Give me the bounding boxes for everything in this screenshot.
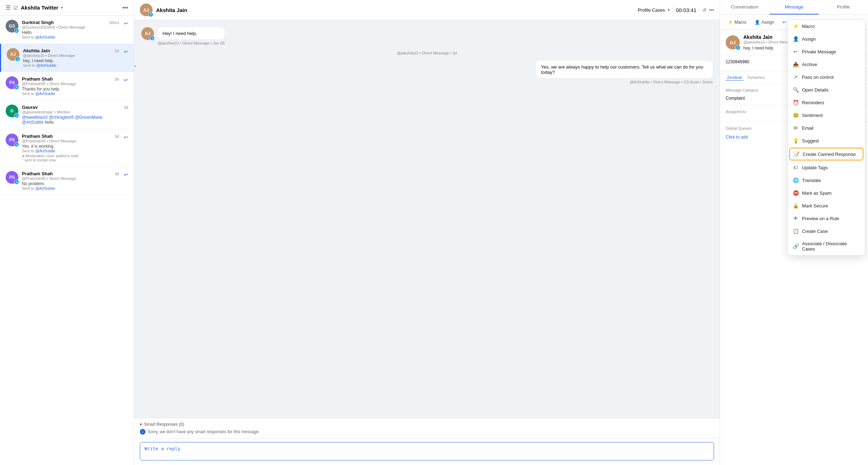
- dropdown-icon: 📥: [793, 61, 798, 67]
- assigned-to-label: Assigned to: [726, 110, 746, 114]
- dropdown-label: Pass on control: [802, 75, 834, 80]
- right-tab-message[interactable]: Message: [769, 0, 819, 14]
- profile-cases-button[interactable]: Profile Cases: [638, 7, 665, 13]
- conversation-item[interactable]: PS 𝕏 Pratham Shah 3d @Pratshah95 • Direc…: [0, 72, 134, 100]
- assign-icon: 👤: [755, 20, 760, 25]
- dropdown-item-assign[interactable]: 👤 Assign: [788, 33, 865, 45]
- reply-box: [134, 438, 720, 465]
- conversation-item[interactable]: PS 𝕏 Pratham Shah 3d @Pratshah95 • Direc…: [0, 129, 134, 167]
- integration-tab-dynamics[interactable]: Dynamics: [746, 75, 766, 81]
- right-panel: ConversationMessageProfile ⚡ Macro 👤 Ass…: [720, 0, 868, 465]
- conversation-item[interactable]: PS 𝕏 Pratham Shah 3d @Pratshah95 • Direc…: [0, 167, 134, 195]
- assign-label: Assign: [761, 20, 774, 25]
- conv-name-row: Pratham Shah 3d: [22, 171, 119, 176]
- conv-sent: Sent to @ArtSubtle: [22, 92, 119, 96]
- platform-badge: 𝕏: [14, 85, 19, 90]
- dropdown-item-mark-secure[interactable]: 🔒 Mark Secure: [788, 199, 865, 212]
- assign-button[interactable]: 👤 Assign: [751, 18, 778, 27]
- chevron-down-icon-3: ▾: [140, 422, 142, 427]
- conv-name: Gurkirat Singh: [22, 20, 54, 25]
- reply-input[interactable]: [140, 442, 714, 460]
- dropdown-icon: 📋: [793, 228, 798, 234]
- message-meta: @jakshita10 • Direct Message • Jan 06: [157, 41, 225, 45]
- smart-responses-toggle[interactable]: ▾ Smart Responses (0): [140, 422, 714, 427]
- dropdown-item-mark-as-spam[interactable]: ⛔ Mark as Spam: [788, 187, 865, 199]
- message-more-icon[interactable]: •••: [134, 64, 136, 69]
- dropdown-icon: 🔍: [793, 87, 798, 93]
- dropdown-icon: 😊: [793, 112, 798, 118]
- smart-responses-message: i Sorry, we don't have any smart respons…: [140, 429, 714, 435]
- conv-name: Pratham Shah: [22, 76, 53, 82]
- conv-name: Akshita Jain: [23, 48, 50, 53]
- reply-icon: ↩: [124, 134, 128, 140]
- platform-badge: 𝕏: [14, 28, 19, 33]
- conv-avatar: GS 𝕏: [6, 20, 18, 33]
- chat-user-name: Akshita Jain: [156, 7, 187, 13]
- dropdown-label: Archive: [802, 62, 817, 67]
- conv-avatar: AJ 𝕏: [7, 48, 19, 61]
- reply-icon: ↩: [124, 172, 128, 177]
- dropdown-label: Preview on a Rule: [802, 216, 839, 221]
- menu-icon[interactable]: ☰: [6, 4, 11, 11]
- dropdown-label: Associate / Dissociate Cases: [802, 241, 860, 252]
- dropdown-item-private-message[interactable]: ↩ Private Message: [788, 45, 865, 58]
- right-tab-profile[interactable]: Profile: [819, 0, 868, 14]
- dropdown-label: Assign: [802, 36, 816, 42]
- conv-preview: @tweetblast3 @chiragtest5 @DreamMalar@Ar…: [22, 115, 128, 125]
- dropdown-item-pass-on-control[interactable]: ↗ Pass on control: [788, 71, 865, 83]
- conv-sent: Sent to @ArtSubtle: [23, 63, 119, 67]
- right-tabs: ConversationMessageProfile: [720, 0, 868, 15]
- conv-name-row: Akshita Jain 2d: [23, 48, 119, 53]
- chevron-down-icon[interactable]: ▾: [61, 6, 63, 10]
- conversation-item[interactable]: AJ 𝕏 Akshita Jain 2d @jakshita10 • Direc…: [0, 44, 134, 72]
- macro-button[interactable]: ⚡ Macro: [724, 18, 750, 27]
- chevron-down-icon-2[interactable]: ▾: [668, 8, 670, 12]
- dropdown-label: Translate: [802, 178, 821, 183]
- conv-name-row: Pratham Shah 3d: [22, 76, 119, 82]
- right-tab-conversation[interactable]: Conversation: [720, 0, 769, 14]
- dropdown-icon: 👁: [793, 216, 798, 221]
- dropdown-label: Create Case: [802, 229, 828, 234]
- conv-preview: Yes, it is working.: [22, 144, 119, 149]
- chat-more-icon[interactable]: •••: [709, 7, 714, 13]
- dropdown-item-preview-on-a-rule[interactable]: 👁 Preview on a Rule: [788, 212, 865, 225]
- dropdown-label: Sentiment: [802, 113, 823, 118]
- conv-name-row: Pratham Shah 3d: [22, 134, 119, 139]
- more-options-icon[interactable]: •••: [122, 5, 128, 11]
- dropdown-item-suggest[interactable]: 💡 Suggest: [788, 134, 865, 147]
- dropdown-item-translate[interactable]: 🌐 Translate: [788, 174, 865, 187]
- conv-name-row: Gurkirat Singh 20hrs: [22, 20, 119, 25]
- dropdown-item-create-canned-response[interactable]: 📝 Create Canned Response: [789, 148, 863, 160]
- dropdown-item-sentiment[interactable]: 😊 Sentiment: [788, 109, 865, 122]
- refresh-icon[interactable]: ↺: [702, 7, 706, 13]
- reply-icon: ↩: [124, 20, 128, 26]
- conversation-item[interactable]: G 𝕏 Gaurav 3d @gauravtestingac • Mention…: [0, 100, 134, 129]
- chat-avatar: AJ 𝕏: [140, 4, 153, 16]
- dropdown-icon: 🔗: [793, 243, 798, 249]
- message-text: Hey! I need help.: [162, 31, 220, 36]
- chat-header-center: Profile Cases ▾ 00:03:41 ↺ •••: [638, 6, 714, 13]
- reply-icon: ↩: [124, 77, 128, 83]
- conversation-item[interactable]: GS 𝕏 Gurkirat Singh 20hrs @Gurkira183294…: [0, 16, 134, 44]
- dropdown-item-associate-/-dissociate-cases[interactable]: 🔗 Associate / Dissociate Cases: [788, 237, 865, 255]
- dropdown-label: Private Message: [802, 49, 836, 54]
- conv-handle: @jakshita10 • Direct Message: [23, 53, 119, 58]
- dropdown-icon: 🏷: [793, 165, 798, 170]
- dropdown-label: Reminders: [802, 100, 824, 105]
- conv-preview: hey, I need help.: [23, 58, 119, 63]
- integration-tab-zendesk[interactable]: Zendesk: [726, 75, 743, 81]
- dropdown-item-reminders[interactable]: ⏰ Reminders: [788, 96, 865, 109]
- dropdown-item-update-tags[interactable]: 🏷 Update Tags: [788, 161, 865, 174]
- platform-badge: 𝕏: [15, 57, 20, 61]
- conv-content: Pratham Shah 3d @Pratshah95 • Direct Mes…: [22, 134, 119, 162]
- sidebar-title: Akshita Twitter: [21, 5, 58, 11]
- conv-sent: Sent to @ArtSubtle: [22, 35, 119, 39]
- dropdown-item-open-details[interactable]: 🔍 Open Details: [788, 83, 865, 96]
- conv-preview: No problem.: [22, 181, 119, 186]
- dropdown-item-email[interactable]: ✉ Email: [788, 122, 865, 134]
- dropdown-item-create-case[interactable]: 📋 Create Case: [788, 225, 865, 237]
- dropdown-label: Update Tags: [802, 165, 828, 170]
- dropdown-item-macro[interactable]: ⚡ Macro: [788, 20, 865, 33]
- dropdown-item-archive[interactable]: 📥 Archive: [788, 58, 865, 71]
- checkbox-icon[interactable]: ☑: [13, 5, 18, 11]
